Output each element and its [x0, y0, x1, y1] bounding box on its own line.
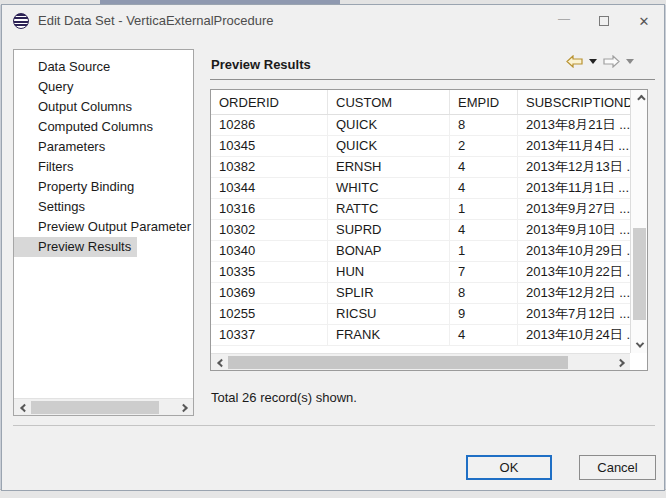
table-row[interactable]: 10302 SUPRD 4 2013年9月10日 ... [211, 220, 647, 241]
sidebar-panel: Data SourceQueryOutput ColumnsComputed C… [13, 49, 194, 416]
footer-separator [13, 425, 655, 426]
sidebar-list: Data SourceQueryOutput ColumnsComputed C… [14, 50, 193, 257]
sidebar-item-preview-results[interactable]: Preview Results [14, 237, 137, 257]
eclipse-app-icon [13, 13, 29, 29]
screen: Edit Data Set - VerticaExternalProcedure… [0, 0, 666, 498]
sidebar-item-property-binding[interactable]: Property Binding [14, 177, 193, 197]
close-button[interactable]: ✕ [624, 5, 664, 37]
table-row[interactable]: 10340 BONAP 1 2013年10月29日 .. [211, 241, 647, 262]
sidebar-scrollbar-thumb[interactable] [31, 401, 159, 414]
table-row[interactable]: 10344 WHITC 4 2013年11月1日 ... [211, 178, 647, 199]
table-row[interactable]: 10316 RATTC 1 2013年9月27日 ... [211, 199, 647, 220]
column-header-subscriptiond[interactable]: SUBSCRIPTIOND [518, 90, 630, 114]
maximize-button[interactable] [584, 5, 624, 37]
table-row[interactable]: 10345 QUICK 2 2013年11月4日 ... [211, 136, 647, 157]
page-title: Preview Results [211, 57, 311, 72]
minimize-button[interactable]: — [544, 5, 584, 37]
vertical-scrollbar-thumb[interactable] [633, 228, 646, 320]
sidebar-item-parameters[interactable]: Parameters [14, 137, 193, 157]
forward-arrow-icon[interactable] [603, 55, 620, 68]
table-row[interactable]: 10255 RICSU 9 2013年7月12日 ... [211, 304, 647, 325]
history-nav [566, 55, 636, 68]
record-count-text: Total 26 record(s) shown. [211, 390, 357, 405]
sidebar-item-output-columns[interactable]: Output Columns [14, 97, 193, 117]
forward-dropdown-icon[interactable] [626, 59, 634, 64]
sidebar-item-preview-output-parameter[interactable]: Preview Output Parameter [14, 217, 193, 237]
table-row[interactable]: 10286 QUICK 8 2013年8月21日 ... [211, 115, 647, 136]
sidebar-item-filters[interactable]: Filters [14, 157, 193, 177]
scroll-left-icon[interactable] [14, 399, 31, 416]
cancel-button[interactable]: Cancel [579, 455, 656, 480]
scroll-left-icon[interactable] [211, 354, 228, 371]
column-header-custom[interactable]: CUSTOM [328, 90, 450, 114]
table-row[interactable]: 10337 FRANK 4 2013年10月24日 .. [211, 325, 647, 346]
minimize-icon: — [558, 12, 570, 26]
sidebar-item-computed-columns[interactable]: Computed Columns [14, 117, 193, 137]
column-header-empid[interactable]: EMPID [450, 90, 518, 114]
table-header-row: ORDERID CUSTOM EMPID SUBSCRIPTIOND [211, 90, 647, 115]
window-controls: — ✕ [544, 5, 664, 37]
table-row[interactable]: 10369 SPLIR 8 2013年12月2日 ... [211, 283, 647, 304]
sidebar-item-settings[interactable]: Settings [14, 197, 193, 217]
title-bar[interactable]: Edit Data Set - VerticaExternalProcedure… [2, 5, 664, 37]
maximize-icon [599, 16, 609, 26]
column-header-orderid[interactable]: ORDERID [211, 90, 328, 114]
close-icon: ✕ [639, 14, 650, 29]
sidebar-horizontal-scrollbar[interactable] [14, 398, 193, 415]
scroll-right-icon[interactable] [613, 354, 630, 371]
back-dropdown-icon[interactable] [589, 59, 597, 64]
table-row[interactable]: 10382 ERNSH 4 2013年12月13日 .. [211, 157, 647, 178]
preview-results-table: ORDERID CUSTOM EMPID SUBSCRIPTIOND 10286… [210, 89, 648, 371]
table-vertical-scrollbar[interactable] [630, 90, 647, 353]
scroll-down-icon[interactable] [631, 336, 648, 353]
edit-data-set-dialog: Edit Data Set - VerticaExternalProcedure… [1, 4, 665, 491]
sidebar-item-query[interactable]: Query [14, 77, 193, 97]
scroll-right-icon[interactable] [176, 399, 193, 416]
ok-button[interactable]: OK [466, 455, 552, 480]
scroll-up-icon[interactable] [631, 90, 648, 107]
horizontal-scrollbar-thumb[interactable] [228, 356, 568, 369]
heading-separator [210, 79, 655, 80]
dialog-title: Edit Data Set - VerticaExternalProcedure [38, 13, 274, 28]
back-arrow-icon[interactable] [566, 55, 583, 68]
table-body: 10286 QUICK 8 2013年8月21日 ... 10345 QUICK… [211, 115, 647, 346]
sidebar-item-data-source[interactable]: Data Source [14, 57, 193, 77]
table-row[interactable]: 10335 HUN 7 2013年10月22日 .. [211, 262, 647, 283]
table-horizontal-scrollbar[interactable] [211, 353, 630, 370]
